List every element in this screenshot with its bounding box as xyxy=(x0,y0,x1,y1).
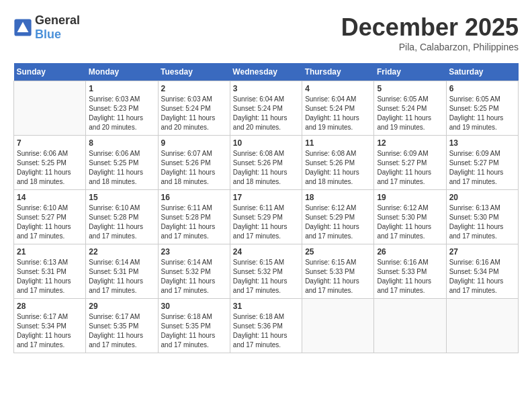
day-number: 22 xyxy=(89,247,154,257)
column-header-friday: Friday xyxy=(374,63,446,81)
calendar-cell: 1Sunrise: 6:03 AM Sunset: 5:23 PM Daylig… xyxy=(86,81,158,136)
day-info: Sunrise: 6:16 AM Sunset: 5:34 PM Dayligh… xyxy=(449,258,515,295)
day-number: 30 xyxy=(161,302,227,311)
day-info: Sunrise: 6:06 AM Sunset: 5:25 PM Dayligh… xyxy=(89,149,154,187)
calendar-cell: 27Sunrise: 6:16 AM Sunset: 5:34 PM Dayli… xyxy=(446,244,518,299)
day-number: 10 xyxy=(233,138,299,148)
day-number: 21 xyxy=(17,247,83,257)
day-number: 15 xyxy=(89,193,154,202)
page-header: General Blue December 2025 Pila, Calabar… xyxy=(13,13,519,52)
logo-blue-text: Blue xyxy=(35,28,61,41)
calendar-cell: 11Sunrise: 6:08 AM Sunset: 5:26 PM Dayli… xyxy=(302,136,374,190)
day-number: 6 xyxy=(449,84,515,93)
day-number: 12 xyxy=(377,138,443,148)
day-number: 29 xyxy=(89,302,154,311)
day-info: Sunrise: 6:09 AM Sunset: 5:27 PM Dayligh… xyxy=(377,149,443,187)
day-info: Sunrise: 6:12 AM Sunset: 5:30 PM Dayligh… xyxy=(377,203,443,241)
calendar-cell: 10Sunrise: 6:08 AM Sunset: 5:26 PM Dayli… xyxy=(230,136,302,190)
day-number: 26 xyxy=(377,247,443,257)
day-info: Sunrise: 6:10 AM Sunset: 5:27 PM Dayligh… xyxy=(17,203,83,241)
column-headers: SundayMondayTuesdayWednesdayThursdayFrid… xyxy=(14,63,519,81)
day-number: 8 xyxy=(89,138,154,148)
logo-general-text: General xyxy=(35,13,80,27)
day-info: Sunrise: 6:15 AM Sunset: 5:32 PM Dayligh… xyxy=(233,258,299,295)
day-info: Sunrise: 6:17 AM Sunset: 5:34 PM Dayligh… xyxy=(17,312,83,350)
title-area: December 2025 Pila, Calabarzon, Philippi… xyxy=(341,13,519,52)
location-subtitle: Pila, Calabarzon, Philippines xyxy=(341,42,519,52)
column-header-monday: Monday xyxy=(86,63,158,81)
day-number: 7 xyxy=(17,138,83,148)
calendar-cell: 21Sunrise: 6:13 AM Sunset: 5:31 PM Dayli… xyxy=(14,244,86,299)
calendar-cell: 14Sunrise: 6:10 AM Sunset: 5:27 PM Dayli… xyxy=(14,190,86,244)
day-number: 18 xyxy=(305,193,371,202)
week-row-2: 7Sunrise: 6:06 AM Sunset: 5:25 PM Daylig… xyxy=(14,136,519,190)
calendar-cell: 17Sunrise: 6:11 AM Sunset: 5:29 PM Dayli… xyxy=(230,190,302,244)
calendar-cell: 29Sunrise: 6:17 AM Sunset: 5:35 PM Dayli… xyxy=(86,299,158,353)
day-number: 11 xyxy=(305,138,371,148)
day-info: Sunrise: 6:04 AM Sunset: 5:24 PM Dayligh… xyxy=(233,95,299,132)
week-row-1: 1Sunrise: 6:03 AM Sunset: 5:23 PM Daylig… xyxy=(14,81,519,136)
day-info: Sunrise: 6:08 AM Sunset: 5:26 PM Dayligh… xyxy=(305,149,371,187)
day-info: Sunrise: 6:13 AM Sunset: 5:31 PM Dayligh… xyxy=(17,258,83,295)
calendar-cell: 25Sunrise: 6:15 AM Sunset: 5:33 PM Dayli… xyxy=(302,244,374,299)
day-info: Sunrise: 6:14 AM Sunset: 5:31 PM Dayligh… xyxy=(89,258,154,295)
column-header-tuesday: Tuesday xyxy=(158,63,230,81)
day-info: Sunrise: 6:06 AM Sunset: 5:25 PM Dayligh… xyxy=(17,149,83,187)
calendar-cell: 12Sunrise: 6:09 AM Sunset: 5:27 PM Dayli… xyxy=(374,136,446,190)
calendar-cell: 3Sunrise: 6:04 AM Sunset: 5:24 PM Daylig… xyxy=(230,81,302,136)
day-number: 5 xyxy=(377,84,443,93)
calendar-cell: 16Sunrise: 6:11 AM Sunset: 5:28 PM Dayli… xyxy=(158,190,230,244)
day-number: 31 xyxy=(233,302,299,311)
day-info: Sunrise: 6:09 AM Sunset: 5:27 PM Dayligh… xyxy=(449,149,515,187)
calendar-cell: 5Sunrise: 6:05 AM Sunset: 5:24 PM Daylig… xyxy=(374,81,446,136)
calendar-cell xyxy=(446,299,518,353)
day-info: Sunrise: 6:11 AM Sunset: 5:29 PM Dayligh… xyxy=(233,203,299,241)
day-info: Sunrise: 6:16 AM Sunset: 5:33 PM Dayligh… xyxy=(377,258,443,295)
day-number: 27 xyxy=(449,247,515,257)
day-info: Sunrise: 6:08 AM Sunset: 5:26 PM Dayligh… xyxy=(233,149,299,187)
week-row-5: 28Sunrise: 6:17 AM Sunset: 5:34 PM Dayli… xyxy=(14,299,519,353)
month-year-title: December 2025 xyxy=(341,13,519,42)
calendar-cell: 23Sunrise: 6:14 AM Sunset: 5:32 PM Dayli… xyxy=(158,244,230,299)
column-header-wednesday: Wednesday xyxy=(230,63,302,81)
calendar-cell: 19Sunrise: 6:12 AM Sunset: 5:30 PM Dayli… xyxy=(374,190,446,244)
calendar-cell: 30Sunrise: 6:18 AM Sunset: 5:35 PM Dayli… xyxy=(158,299,230,353)
calendar-cell: 8Sunrise: 6:06 AM Sunset: 5:25 PM Daylig… xyxy=(86,136,158,190)
day-number: 1 xyxy=(89,84,154,93)
column-header-thursday: Thursday xyxy=(302,63,374,81)
day-info: Sunrise: 6:12 AM Sunset: 5:29 PM Dayligh… xyxy=(305,203,371,241)
day-info: Sunrise: 6:10 AM Sunset: 5:28 PM Dayligh… xyxy=(89,203,154,241)
day-info: Sunrise: 6:07 AM Sunset: 5:26 PM Dayligh… xyxy=(161,149,227,187)
day-info: Sunrise: 6:17 AM Sunset: 5:35 PM Dayligh… xyxy=(89,312,154,350)
calendar-cell: 22Sunrise: 6:14 AM Sunset: 5:31 PM Dayli… xyxy=(86,244,158,299)
day-number: 3 xyxy=(233,84,299,93)
day-number: 28 xyxy=(17,302,83,311)
week-row-3: 14Sunrise: 6:10 AM Sunset: 5:27 PM Dayli… xyxy=(14,190,519,244)
day-info: Sunrise: 6:05 AM Sunset: 5:25 PM Dayligh… xyxy=(449,95,515,132)
calendar-cell: 7Sunrise: 6:06 AM Sunset: 5:25 PM Daylig… xyxy=(14,136,86,190)
calendar-cell: 2Sunrise: 6:03 AM Sunset: 5:24 PM Daylig… xyxy=(158,81,230,136)
day-number: 17 xyxy=(233,193,299,202)
calendar-cell xyxy=(302,299,374,353)
day-number: 16 xyxy=(161,193,227,202)
week-row-4: 21Sunrise: 6:13 AM Sunset: 5:31 PM Dayli… xyxy=(14,244,519,299)
day-info: Sunrise: 6:03 AM Sunset: 5:23 PM Dayligh… xyxy=(89,95,154,132)
day-number: 9 xyxy=(161,138,227,148)
day-info: Sunrise: 6:13 AM Sunset: 5:30 PM Dayligh… xyxy=(449,203,515,241)
column-header-sunday: Sunday xyxy=(14,63,86,81)
day-number: 24 xyxy=(233,247,299,257)
day-number: 19 xyxy=(377,193,443,202)
calendar-cell: 4Sunrise: 6:04 AM Sunset: 5:24 PM Daylig… xyxy=(302,81,374,136)
day-number: 20 xyxy=(449,193,515,202)
day-info: Sunrise: 6:15 AM Sunset: 5:33 PM Dayligh… xyxy=(305,258,371,295)
day-number: 23 xyxy=(161,247,227,257)
logo: General Blue xyxy=(13,13,80,42)
calendar-cell: 28Sunrise: 6:17 AM Sunset: 5:34 PM Dayli… xyxy=(14,299,86,353)
day-info: Sunrise: 6:18 AM Sunset: 5:36 PM Dayligh… xyxy=(233,312,299,350)
day-info: Sunrise: 6:04 AM Sunset: 5:24 PM Dayligh… xyxy=(305,95,371,132)
calendar-cell: 9Sunrise: 6:07 AM Sunset: 5:26 PM Daylig… xyxy=(158,136,230,190)
calendar-cell xyxy=(14,81,86,136)
day-info: Sunrise: 6:11 AM Sunset: 5:28 PM Dayligh… xyxy=(161,203,227,241)
day-number: 25 xyxy=(305,247,371,257)
calendar-cell: 31Sunrise: 6:18 AM Sunset: 5:36 PM Dayli… xyxy=(230,299,302,353)
